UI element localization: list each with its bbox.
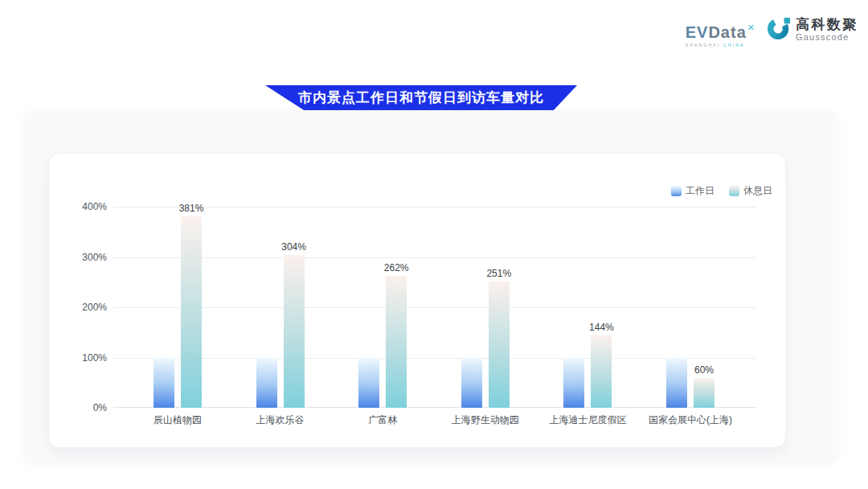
legend-label: 工作日: [686, 184, 714, 198]
gridline: [113, 358, 756, 359]
evdata-ev-text: EV: [686, 23, 709, 41]
evdata-x-icon: ✕: [747, 23, 755, 32]
bar-休息日-国家会展中心(上海)[interactable]: [694, 378, 714, 409]
x-category-label: 广富林: [368, 414, 397, 425]
bar-value-label: 262%: [384, 262, 409, 273]
legend-item-工作日[interactable]: 工作日: [671, 184, 714, 198]
bar-工作日-上海迪士尼度假区[interactable]: [563, 358, 584, 409]
evdata-subtitle-china: CHINA: [723, 43, 745, 47]
bar-value-label: 60%: [694, 364, 714, 376]
evdata-data-text: Data: [708, 23, 746, 41]
gausscode-g-icon: [767, 16, 791, 43]
bar-value-label: 304%: [281, 241, 306, 253]
bar-休息日-上海迪士尼度假区[interactable]: [591, 335, 612, 408]
title-banner: 市内景点工作日和节假日到访车量对比: [265, 85, 577, 110]
gausscode-cn-name: 高科数聚: [796, 17, 858, 32]
bar-工作日-上海野生动物园[interactable]: [461, 358, 482, 409]
bar-休息日-上海欢乐谷[interactable]: [284, 255, 305, 408]
y-tick-label: 0%: [63, 401, 107, 414]
plot-area: 400%300%200%100%0%381%辰山植物园304%上海欢乐谷262%…: [113, 207, 756, 408]
y-tick-label: 300%: [63, 251, 107, 264]
y-tick-label: 200%: [63, 301, 107, 314]
evdata-subtitle: SHANGHAI CHINA: [686, 43, 755, 47]
x-category-label: 上海迪士尼度假区: [549, 414, 626, 425]
x-axis-line: [113, 407, 756, 408]
legend-swatch: [671, 186, 682, 196]
evdata-logo: EVData✕ SHANGHAI CHINA: [686, 16, 755, 47]
x-category-label: 辰山植物园: [154, 414, 202, 425]
bar-休息日-辰山植物园[interactable]: [181, 216, 202, 408]
y-tick-label: 100%: [63, 351, 107, 364]
gausscode-logo: 高科数聚 Gausscode: [767, 16, 858, 43]
x-category-label: 国家会展中心(上海): [649, 414, 732, 425]
evdata-subtitle-shanghai: SHANGHAI: [686, 43, 721, 47]
legend-swatch: [729, 186, 739, 196]
bar-休息日-上海野生动物园[interactable]: [489, 281, 510, 408]
bar-休息日-广富林[interactable]: [386, 276, 407, 408]
legend-item-休息日[interactable]: 休息日: [729, 184, 772, 198]
gausscode-en-name: Gausscode: [796, 32, 858, 43]
bar-工作日-广富林[interactable]: [358, 358, 379, 409]
chart-legend: 工作日休息日: [671, 184, 772, 198]
gridline: [113, 207, 756, 208]
bar-value-label: 251%: [486, 268, 511, 279]
bar-工作日-上海欢乐谷[interactable]: [256, 358, 277, 409]
gridline: [113, 307, 756, 308]
page-title: 市内景点工作日和节假日到访车量对比: [298, 88, 544, 107]
chart-card: 工作日休息日 400%300%200%100%0%381%辰山植物园304%上海…: [48, 153, 786, 448]
bar-工作日-辰山植物园[interactable]: [154, 358, 174, 409]
x-category-label: 上海欢乐谷: [256, 414, 305, 425]
evdata-wordmark: EVData✕: [686, 19, 755, 40]
gridline: [113, 257, 756, 258]
legend-label: 休息日: [743, 184, 772, 198]
bar-value-label: 381%: [179, 203, 204, 214]
y-tick-label: 400%: [63, 200, 107, 213]
bar-value-label: 144%: [589, 322, 614, 333]
x-category-label: 上海野生动物园: [452, 414, 519, 425]
bar-工作日-国家会展中心(上海)[interactable]: [666, 358, 687, 409]
header-logos: EVData✕ SHANGHAI CHINA 高科数聚 Gausscode: [686, 16, 858, 47]
